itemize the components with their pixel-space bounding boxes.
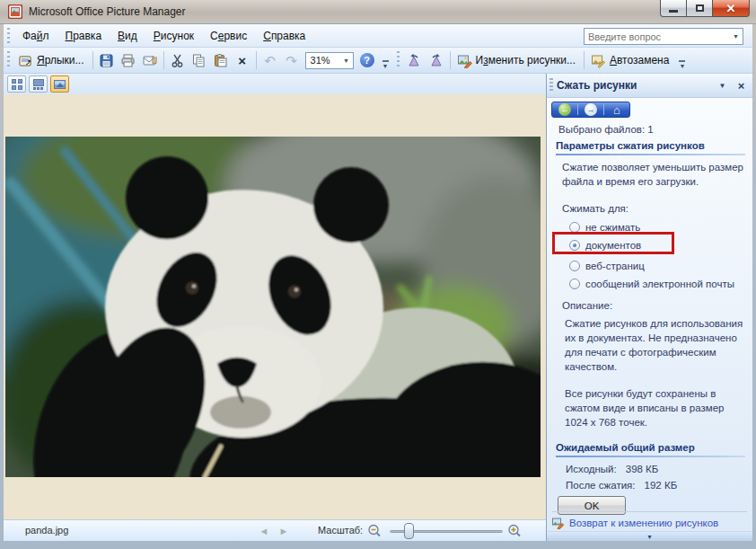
toolbar-options-button[interactable]: ▼ — [380, 50, 391, 71]
menu-picture[interactable]: Рисунок — [145, 26, 202, 46]
compress-pictures-taskpane: Сжать рисунки ▼ × ← → ⌂ Выбрано файлов: … — [546, 74, 752, 541]
compression-intro-text: Сжатие позволяет уменьшить размер файла … — [562, 160, 745, 189]
compressed-size-value: 192 КБ — [645, 480, 678, 491]
zoom-slider-thumb[interactable] — [404, 523, 414, 539]
radio-icon[interactable] — [569, 261, 580, 271]
radio-documents[interactable]: документов — [569, 237, 641, 253]
taskpane-header: Сжать рисунки ▼ × — [547, 74, 752, 98]
menu-edit[interactable]: Правка — [57, 26, 110, 46]
filmstrip-view-icon — [33, 79, 44, 90]
radio-no-compress[interactable]: не сжимать — [569, 219, 640, 235]
chevron-down-icon: ▼ — [679, 64, 685, 68]
copy-icon — [191, 53, 207, 68]
help-button[interactable]: ? — [356, 50, 378, 71]
toolbar: Ярлыки... — [4, 48, 752, 74]
app-icon — [8, 4, 22, 19]
scale-label: Масштаб: — [318, 525, 363, 536]
print-icon — [120, 53, 136, 68]
previous-picture-button[interactable]: ◄ — [257, 524, 271, 538]
ask-question-box[interactable]: ▼ — [584, 28, 743, 45]
toolbar-options-button[interactable]: ▼ — [676, 50, 688, 71]
maximize-button[interactable] — [686, 0, 713, 17]
menu-help[interactable]: Справка — [255, 26, 313, 46]
chevron-down-icon[interactable]: ▼ — [729, 29, 743, 44]
copy-button[interactable] — [189, 50, 210, 71]
delete-icon: × — [238, 54, 246, 67]
toolbar-separator — [256, 51, 257, 69]
taskpane-dropdown-button[interactable]: ▼ — [715, 78, 730, 93]
send-mail-button[interactable] — [139, 50, 161, 71]
mail-icon — [142, 53, 157, 68]
rotate-left-button[interactable] — [404, 50, 426, 71]
close-button[interactable]: ✕ — [712, 0, 750, 17]
radio-icon[interactable] — [569, 279, 580, 289]
filmstrip-view-button[interactable] — [29, 75, 48, 93]
paste-button[interactable] — [210, 50, 232, 71]
taskpane-nav-strip: ← → ⌂ — [551, 102, 630, 118]
home-button[interactable]: ⌂ — [611, 103, 623, 116]
toolbar-grip[interactable] — [396, 51, 400, 69]
taskpane-divider — [552, 511, 747, 512]
rotate-right-button[interactable] — [426, 50, 447, 71]
print-button[interactable] — [118, 50, 139, 71]
zoom-combobox[interactable]: 31% ▼ — [305, 52, 354, 69]
menu-tools[interactable]: Сервис — [202, 26, 255, 46]
edit-pictures-button[interactable]: Изменить рисунки... — [453, 50, 581, 71]
redo-button[interactable]: ↷ — [281, 50, 303, 71]
cut-button[interactable] — [167, 50, 189, 71]
estimated-size-heading: Ожидаемый общий размер — [556, 442, 745, 453]
back-button[interactable]: ← — [558, 103, 571, 116]
menubar-grip[interactable] — [6, 28, 11, 44]
menu-file[interactable]: Файл — [14, 26, 57, 46]
chevron-down-icon[interactable]: ▼ — [340, 58, 353, 64]
delete-button[interactable]: × — [232, 50, 253, 71]
description-paragraph-1: Сжатие рисунков для использования их в д… — [565, 316, 745, 374]
taskpane-close-button[interactable]: × — [734, 78, 749, 93]
undo-icon: ↶ — [264, 54, 276, 67]
autocorrect-button[interactable]: Автозамена — [587, 50, 674, 71]
edit-pictures-icon — [457, 53, 472, 68]
prev-arrow-icon: ◄ — [259, 526, 269, 536]
heading-rule — [556, 154, 745, 155]
toolbar-separator — [584, 51, 585, 69]
save-button[interactable] — [96, 50, 118, 71]
forward-button[interactable]: → — [585, 103, 597, 116]
radio-label: сообщений электронной почты — [585, 279, 734, 289]
description-paragraph-2: Все рисунки будут сохранены в сжатом вид… — [565, 386, 745, 429]
paste-icon — [213, 53, 228, 68]
compress-for-label: Сжимать для: — [562, 203, 745, 214]
taskpane-grip[interactable] — [549, 78, 553, 93]
titlebar[interactable]: Microsoft Office Picture Manager ✕ — [0, 0, 756, 24]
radio-label: веб-страниц — [585, 261, 645, 271]
taskpane-scroll-more-bar[interactable]: ▼ — [547, 531, 752, 541]
radio-icon-selected[interactable] — [569, 240, 580, 251]
single-picture-view-button[interactable] — [50, 75, 69, 93]
compression-settings-heading: Параметры сжатия рисунков — [556, 140, 745, 151]
radio-label: документов — [585, 240, 641, 251]
ask-question-input[interactable] — [585, 31, 729, 42]
original-size-value: 398 КБ — [626, 464, 659, 474]
undo-button[interactable]: ↶ — [259, 50, 281, 71]
thumbnail-view-button[interactable] — [7, 75, 26, 93]
radio-icon[interactable] — [569, 222, 580, 233]
return-to-editing-link[interactable]: Возврат к изменению рисунков — [552, 517, 718, 529]
toolbar-separator — [163, 51, 164, 69]
radio-web-pages[interactable]: веб-страниц — [569, 258, 645, 274]
rotate-right-icon — [428, 53, 444, 68]
next-picture-button[interactable]: ► — [277, 524, 291, 538]
chevron-down-icon: ▼ — [382, 64, 389, 68]
toolbar-grip[interactable] — [6, 51, 11, 69]
zoom-value: 31% — [306, 55, 340, 66]
radio-email-messages[interactable]: сообщений электронной почты — [569, 276, 734, 292]
minimize-button[interactable] — [660, 0, 687, 17]
single-picture-view-icon — [54, 80, 66, 89]
zoom-in-button[interactable] — [506, 523, 523, 539]
compressed-size-row: После сжатия: 192 КБ — [566, 480, 677, 491]
menu-view[interactable]: Вид — [110, 26, 145, 46]
rotate-left-icon — [407, 53, 422, 68]
current-filename: panda.jpg — [25, 525, 68, 536]
zoom-out-button[interactable] — [366, 523, 382, 539]
original-size-label: Исходный: — [566, 464, 617, 474]
shortcuts-button[interactable]: Ярлыки... — [14, 50, 90, 71]
redo-icon: ↷ — [286, 54, 297, 67]
